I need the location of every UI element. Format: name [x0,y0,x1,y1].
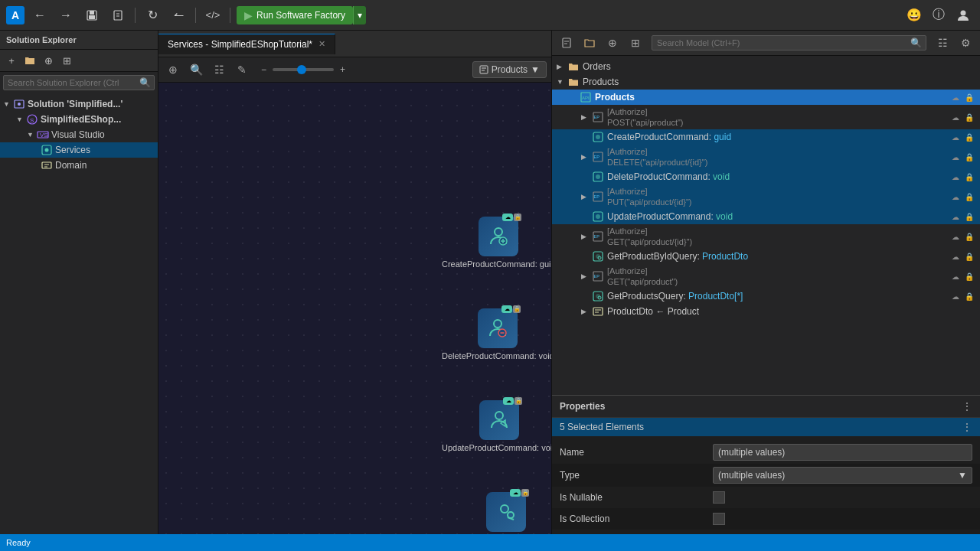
delete-auth-lock[interactable]: 🔒 [963,151,975,163]
run-btn-dropdown[interactable]: ▾ [353,6,366,24]
getbyid-query-icon [592,250,604,262]
diagram-tab-services[interactable]: Services - SimplifiedEShopTutorial* ✕ [158,34,335,54]
getbyid-auth-label: [Authorize] GET("api/product/{id}") [607,226,946,247]
getbyid-auth-lock[interactable]: 🔒 [963,230,975,243]
zoom-thumb[interactable] [297,65,306,74]
tab-close-icon[interactable]: ✕ [318,39,325,49]
create-cmd-lock[interactable]: 🔒 [963,131,975,143]
mp-search-input[interactable] [652,36,906,50]
prop-collection-checkbox[interactable] [713,513,725,525]
undo-btn[interactable]: ↻ [142,5,163,26]
se-domain-item[interactable]: Domain [0,158,158,173]
mp-update-cmd-item[interactable]: UpdateProductCommand: void ☁ 🔒 [552,209,980,224]
mp-getbyid-auth-item[interactable]: ▶ EP [Authorize] GET("api/product/{id}")… [552,224,980,249]
se-folder-btn[interactable] [21,52,38,69]
getbyid-query-upload[interactable]: ☁ [949,250,962,262]
delete-cmd-lock[interactable]: 🔒 [963,171,975,183]
se-add-btn[interactable]: + [3,52,20,69]
props-menu-btn[interactable]: ⋮ [962,400,972,412]
delete-auth-upload[interactable]: ☁ [949,151,962,163]
mp-products-folder-item[interactable]: ▼ Products [552,74,980,90]
se-solution-arrow: ▼ [3,100,10,108]
diagram-edit-btn[interactable]: ✎ [232,60,252,80]
se-project-item[interactable]: ▼ S SimplifiedEShop... [0,112,158,127]
node-update[interactable]: ☁ 🔒 UpdateProductCommand: void [442,400,551,452]
mp-orders-item[interactable]: ▶ Orders [552,59,980,74]
create-auth-lock[interactable]: 🔒 [963,111,975,123]
diagram-view-btn[interactable]: ☷ [209,60,229,80]
getbyid-auth-upload[interactable]: ☁ [949,230,962,243]
diagram-search-btn[interactable]: 🔍 [186,60,206,80]
mp-products-api-item[interactable]: API Products ☁ 🔒 [552,90,980,105]
mp-folder-btn[interactable] [580,33,599,53]
se-expand-btn[interactable]: ⊞ [58,52,75,69]
create-cmd-upload[interactable]: ☁ [949,131,962,143]
node-delete[interactable]: ☁ 🔒 DeleteProductCommand: void [442,308,551,360]
getall-auth-upload[interactable]: ☁ [949,270,962,282]
mp-delete-auth-item[interactable]: ▶ EP [Authorize] DELETE("api/product/{id… [552,145,980,169]
se-search-input[interactable] [4,76,136,90]
mp-getbyid-query-item[interactable]: GetProductByIdQuery: ProductDto ☁ 🔒 [552,249,980,264]
mp-delete-cmd-item[interactable]: DeleteProductCommand: void ☁ 🔒 [552,169,980,184]
solution-explorer-header: Solution Explorer [0,31,158,50]
update-cmd-lock[interactable]: 🔒 [963,210,975,223]
back-btn[interactable]: ← [29,5,51,26]
mp-tree: ▶ Orders ▼ Products API Produc [552,56,980,395]
update-cmd-icon [592,210,604,223]
getall-query-upload[interactable]: ☁ [949,290,962,302]
update-auth-upload[interactable]: ☁ [949,191,962,203]
delete-cmd-upload[interactable]: ☁ [949,171,962,183]
mp-create-cmd-item[interactable]: CreateProductCommand: guid ☁ 🔒 [552,129,980,145]
forward-btn[interactable]: → [55,5,77,26]
se-search-icon[interactable]: 🔍 [136,76,154,90]
se-solution-item[interactable]: ▼ Solution 'Simplified...' [0,96,158,112]
new-file-btn[interactable] [107,5,129,26]
mp-chart-btn[interactable]: ☷ [933,33,952,53]
prop-nullable-checkbox[interactable] [713,491,725,504]
diagram-canvas[interactable]: ☁ 🔒 CreateProductCommand: guid [158,83,551,534]
getbyid-query-lock[interactable]: 🔒 [963,250,975,262]
account-btn[interactable] [952,5,974,26]
delete-auth-icon: EP [592,151,604,163]
selected-count-menu[interactable]: ⋮ [962,421,972,433]
diagram-add-btn[interactable]: ⊕ [163,60,183,80]
mp-doc-btn[interactable] [557,33,577,53]
delete-auth-row-icons: ☁ 🔒 [949,151,975,163]
cloud-badge2: ☁ [501,305,512,313]
emoji-btn[interactable]: 😀 [903,5,925,26]
mp-getall-auth-item[interactable]: ▶ EP [Authorize] GET("api/product") ☁ 🔒 [552,264,980,289]
save-btn[interactable] [81,5,103,26]
help-btn[interactable]: ⓘ [928,5,949,26]
update-auth-lock[interactable]: 🔒 [963,191,975,203]
mp-create-auth-item[interactable]: ▶ EP [Authorize] POST("api/product") ☁ 🔒 [552,105,980,129]
mp-collapse-btn[interactable]: ⊕ [603,33,622,53]
products-dropdown-btn[interactable]: Products ▼ [472,61,547,78]
code-edit-btn[interactable]: </> [202,5,224,26]
update-cmd-upload[interactable]: ☁ [949,210,962,223]
run-software-factory-btn[interactable]: ▶ Run Software Factory [237,6,353,24]
node-create[interactable]: ☁ 🔒 CreateProductCommand: guid [442,217,551,269]
upload-icon[interactable]: ☁ [949,91,962,103]
mp-update-auth-item[interactable]: ▶ EP [Authorize] PUT("api/product/{id}")… [552,184,980,209]
lock-icon[interactable]: 🔒 [963,91,975,103]
zoom-plus-btn[interactable]: + [337,63,348,77]
zoom-minus-btn[interactable]: − [258,63,270,77]
prop-type-label: Type [560,470,713,481]
se-services-item[interactable]: Services [0,142,158,158]
getall-query-icon [592,290,604,302]
mp-expand-btn[interactable]: ⊞ [626,33,645,53]
se-vs-item[interactable]: ▼ VS Visual Studio [0,127,158,142]
mp-dto-item[interactable]: ▶ ProductDto ← Product [552,304,980,319]
prop-name-input[interactable] [713,444,972,461]
redo-btn[interactable]: ↼ [168,5,189,26]
mp-gear-btn[interactable]: ⚙ [956,33,975,53]
prop-type-select[interactable]: (multiple values) ▼ [713,467,972,484]
create-auth-upload[interactable]: ☁ [949,111,962,123]
mp-search-icon[interactable]: 🔍 [906,36,926,50]
getall-auth-lock[interactable]: 🔒 [963,270,975,282]
getall-query-lock[interactable]: 🔒 [963,290,975,302]
se-collapse-btn[interactable]: ⊕ [40,52,57,69]
mp-getall-query-item[interactable]: GetProductsQuery: ProductDto[*] ☁ 🔒 [552,289,980,304]
getall-query-label: GetProductsQuery: ProductDto[*] [607,291,946,302]
node-getbyid[interactable]: ☁ 🔒 GetProductByIdQuery: ProductDto [442,492,551,534]
